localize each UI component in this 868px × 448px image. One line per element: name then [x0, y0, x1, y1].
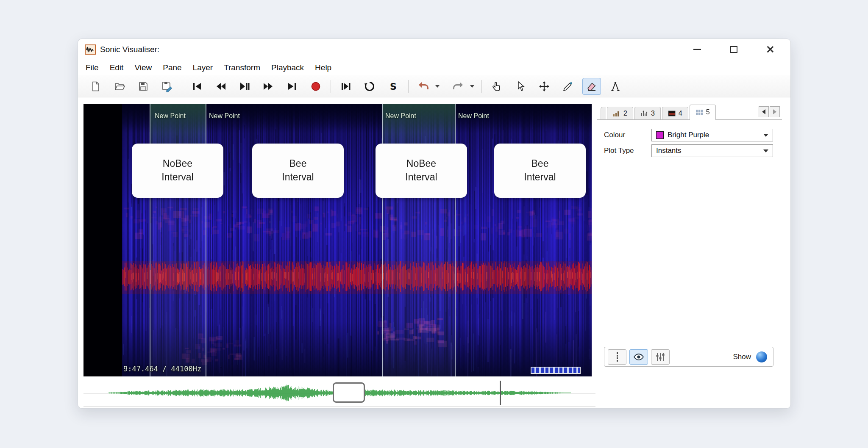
undo-button[interactable]: [414, 78, 433, 95]
show-toggle-icon[interactable]: [756, 351, 767, 362]
panel-footer: Show: [604, 347, 773, 367]
rewind-to-start-icon: [192, 81, 203, 92]
loop-icon: [364, 81, 375, 92]
maximize-button[interactable]: [727, 43, 740, 56]
rewind-to-start-button[interactable]: [188, 78, 206, 95]
edit-tool-button[interactable]: [535, 78, 554, 95]
overview-divider: [83, 406, 595, 407]
menu-file[interactable]: File: [80, 63, 104, 72]
title-bar: Sonic Visualiser:: [78, 39, 790, 60]
tab-scroll-left-button[interactable]: [759, 106, 769, 117]
measure-tool-button[interactable]: [606, 78, 625, 95]
menu-view[interactable]: View: [129, 63, 157, 72]
toolbar-separator: [331, 80, 331, 93]
erase-tool-button[interactable]: [582, 78, 601, 95]
select-tool-button[interactable]: [511, 78, 530, 95]
show-label: Show: [733, 353, 751, 361]
interval-card-line: Interval: [282, 171, 314, 184]
toolbar-separator: [408, 80, 409, 93]
navigate-tool-button[interactable]: [487, 78, 506, 95]
view-region-box[interactable]: [333, 382, 365, 403]
tab-label: 2: [623, 110, 627, 117]
app-window: Sonic Visualiser: File Edit View Pane La…: [78, 39, 791, 409]
visibility-toggle-button[interactable]: [629, 349, 648, 365]
layer-properties-panel: 2 3 4 5 Colour: [597, 104, 782, 376]
spectrogram-pane: New Point New Point New Point New Point …: [83, 104, 592, 376]
redo-history-button[interactable]: [468, 78, 476, 95]
svg-text:S: S: [390, 81, 397, 91]
window-controls: [690, 39, 790, 60]
interval-card-line: Interval: [161, 171, 193, 184]
chevron-down-icon: [763, 149, 768, 152]
skip-to-end-icon: [287, 81, 298, 92]
minimize-button[interactable]: [690, 43, 704, 56]
new-session-button[interactable]: [86, 78, 105, 95]
piano-roll-icon: [612, 351, 623, 362]
menu-pane[interactable]: Pane: [157, 63, 187, 72]
tab-layer-2[interactable]: 2: [607, 107, 633, 119]
erase-tool-icon: [586, 81, 597, 92]
record-button[interactable]: [306, 78, 325, 95]
play-selection-button[interactable]: [337, 78, 355, 95]
colour-dropdown[interactable]: Bright Purple: [651, 129, 773, 141]
tab-scroll-arrows: [759, 106, 780, 117]
playback-timestamp: 9:47.464 / 44100Hz: [123, 365, 201, 373]
fast-forward-button[interactable]: [259, 78, 278, 95]
rewind-icon: [215, 81, 226, 92]
plot-type-dropdown[interactable]: Instants: [651, 144, 773, 157]
save-session-button[interactable]: [134, 78, 153, 95]
piano-roll-toggle-button[interactable]: [608, 349, 626, 365]
show-group: Show: [733, 351, 767, 362]
close-button[interactable]: [763, 43, 777, 56]
save-icon: [138, 81, 149, 92]
loop-button[interactable]: [360, 78, 379, 95]
redo-button[interactable]: [449, 78, 467, 95]
undo-icon: [418, 81, 429, 92]
export-session-icon: [161, 80, 173, 92]
open-session-button[interactable]: [110, 78, 129, 95]
menu-bar: File Edit View Pane Layer Transform Play…: [78, 60, 790, 75]
playback-parameters-button[interactable]: [651, 349, 670, 365]
play-selection-icon: [340, 81, 351, 92]
colour-swatch: [656, 131, 664, 139]
tab-scroll-right-button[interactable]: [770, 106, 780, 117]
new-file-icon: [90, 81, 101, 92]
plot-type-label: Plot Type: [604, 147, 651, 155]
tab-spectrum-icon: [640, 111, 648, 116]
layer-tab-bar: 2 3 4 5: [597, 104, 782, 120]
play-pause-icon: [239, 81, 250, 92]
menu-playback[interactable]: Playback: [266, 63, 309, 72]
draw-tool-button[interactable]: [559, 78, 577, 95]
measure-tool-icon: [610, 81, 621, 92]
chevron-down-icon: [763, 134, 768, 137]
menu-help[interactable]: Help: [309, 63, 337, 72]
point-label: New Point: [209, 112, 240, 120]
menu-edit[interactable]: Edit: [104, 63, 129, 72]
tab-layer-3[interactable]: 3: [634, 107, 661, 119]
arrow-left-icon: [762, 109, 765, 114]
rewind-button[interactable]: [211, 78, 230, 95]
minimize-icon: [693, 49, 701, 50]
menu-transform[interactable]: Transform: [218, 63, 266, 72]
skip-to-end-button[interactable]: [283, 78, 301, 95]
interval-card: NoBee Interval: [132, 144, 223, 198]
tab-label: 5: [706, 108, 710, 116]
interval-card-line: Bee: [289, 157, 307, 171]
colour-label: Colour: [604, 131, 651, 139]
tab-edge-partial: [601, 107, 606, 119]
menu-layer[interactable]: Layer: [187, 63, 219, 72]
app-logo-icon: [85, 44, 96, 55]
export-session-button[interactable]: [158, 78, 176, 95]
undo-history-button[interactable]: [434, 78, 441, 95]
playback-cursor: [500, 381, 501, 405]
select-tool-icon: [515, 81, 526, 92]
solo-button[interactable]: S: [384, 78, 403, 95]
maximize-icon: [730, 46, 737, 53]
waveform-overview[interactable]: [83, 382, 595, 404]
tab-layer-5[interactable]: 5: [690, 105, 716, 120]
sliders-icon: [655, 351, 666, 362]
tab-bar-chart-icon: [613, 111, 620, 116]
play-pause-button[interactable]: [235, 78, 254, 95]
tab-layer-4[interactable]: 4: [662, 107, 688, 119]
point-label: New Point: [155, 112, 186, 120]
